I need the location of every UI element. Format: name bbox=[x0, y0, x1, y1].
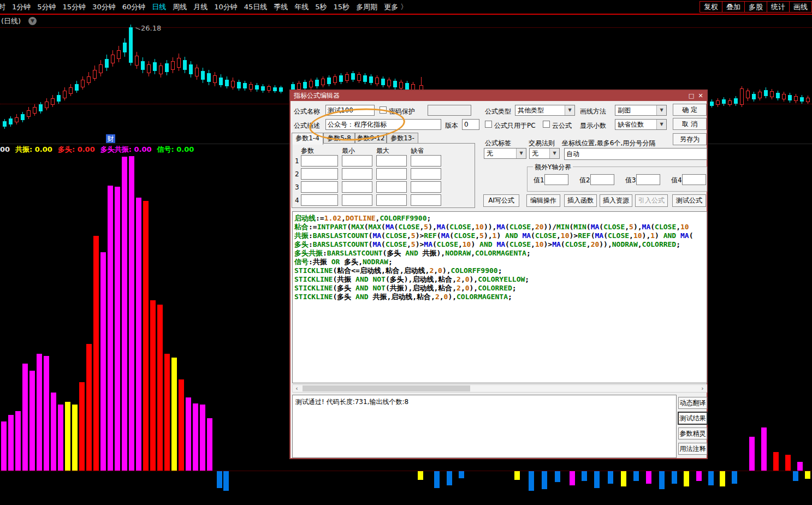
maximize-icon[interactable]: □ bbox=[687, 92, 696, 100]
trade-rule-dropdown[interactable]: 无 ▼ bbox=[529, 148, 560, 159]
formula-type-dropdown[interactable]: 其他类型 ▼ bbox=[515, 105, 575, 116]
param-input-r1c3[interactable] bbox=[376, 155, 407, 167]
formula-desc-input[interactable] bbox=[325, 119, 441, 130]
menu-item-10分钟[interactable]: 10分钟 bbox=[214, 0, 238, 14]
button-用法注释[interactable]: 用法注释 bbox=[678, 443, 707, 455]
version-input[interactable] bbox=[462, 119, 479, 130]
histogram-bar bbox=[633, 471, 639, 481]
pc-only-checkbox[interactable] bbox=[485, 121, 492, 128]
dropdown-arrow-icon[interactable]: ▼ bbox=[549, 148, 559, 158]
dialog-title-bar[interactable]: 指标公式编辑器 □ ✕ bbox=[291, 91, 707, 101]
tab-参数9-12[interactable]: 参数9-12 bbox=[355, 133, 387, 144]
candle-body bbox=[333, 76, 337, 83]
button-测试公式[interactable]: 测试公式 bbox=[672, 194, 706, 207]
tab-参数1-4[interactable]: 参数1-4 bbox=[292, 133, 323, 145]
menu-item-30分钟[interactable]: 30分钟 bbox=[92, 0, 116, 14]
candle-body bbox=[201, 71, 205, 80]
menu-box-叠加[interactable]: 叠加 bbox=[722, 1, 744, 13]
horizontal-scrollbar[interactable]: ‹ › bbox=[292, 384, 707, 393]
menu-box-多股[interactable]: 多股 bbox=[744, 1, 767, 13]
menu-box-复权[interactable]: 复权 bbox=[700, 1, 722, 13]
menu-item-5分钟[interactable]: 5分钟 bbox=[37, 0, 56, 14]
decimals-dropdown[interactable]: 缺省位数 ▼ bbox=[615, 119, 667, 130]
menu-item-1分钟[interactable]: 1分钟 bbox=[12, 0, 31, 14]
candle-body bbox=[800, 97, 804, 102]
param-input-r3c4[interactable] bbox=[411, 181, 441, 193]
button-取消[interactable]: 取 消 bbox=[673, 118, 707, 130]
dropdown-arrow-icon[interactable]: ▼ bbox=[656, 120, 666, 129]
menu-item-月线[interactable]: 月线 bbox=[193, 0, 208, 14]
tab-参数13-16[interactable]: 参数13-16 bbox=[387, 133, 418, 144]
param-input-r4c1[interactable] bbox=[301, 194, 338, 206]
draw-method-dropdown[interactable]: 副图 ▼ bbox=[615, 105, 667, 116]
dropdown-arrow-icon[interactable]: ▼ bbox=[516, 148, 526, 158]
menu-item-日线[interactable]: 日线 bbox=[152, 0, 166, 14]
y-value-input-4[interactable] bbox=[682, 174, 706, 185]
y-value-input-3[interactable] bbox=[636, 174, 660, 185]
menu-item-多周期[interactable]: 多周期 bbox=[356, 0, 377, 14]
param-input-r4c4[interactable] bbox=[411, 194, 441, 206]
button-参数精灵[interactable]: 参数精灵 bbox=[678, 427, 707, 439]
button-插入资源[interactable]: 插入资源 bbox=[600, 194, 632, 207]
histogram-bar bbox=[1, 421, 7, 471]
tab-参数5-8[interactable]: 参数5-8 bbox=[323, 133, 355, 144]
formula-name-input[interactable] bbox=[325, 105, 375, 116]
param-input-r2c3[interactable] bbox=[376, 168, 407, 180]
menu-item-15秒[interactable]: 15秒 bbox=[334, 0, 350, 14]
menu-item-季线[interactable]: 季线 bbox=[274, 0, 288, 14]
param-input-r3c1[interactable] bbox=[301, 181, 338, 193]
param-input-r2c2[interactable] bbox=[342, 168, 372, 180]
menu-item-clipped[interactable]: 分时 bbox=[0, 0, 5, 14]
chevron-down-icon[interactable]: ▼ bbox=[28, 17, 37, 25]
y-value-label: 值3 bbox=[625, 176, 636, 185]
button-插入函数[interactable]: 插入函数 bbox=[564, 194, 597, 207]
candle-body bbox=[171, 61, 175, 70]
menu-item-年线[interactable]: 年线 bbox=[294, 0, 309, 14]
button-确定[interactable]: 确 定 bbox=[673, 104, 707, 116]
password-protect-label: 密码保护 bbox=[389, 107, 415, 116]
menu-item-45日线[interactable]: 45日线 bbox=[244, 0, 268, 14]
button-动态翻译[interactable]: 动态翻译 bbox=[678, 397, 707, 409]
param-input-r1c4[interactable] bbox=[411, 155, 441, 167]
param-input-r1c2[interactable] bbox=[342, 155, 372, 167]
histogram-bar bbox=[785, 455, 791, 471]
button-AI写公式[interactable]: AI写公式 bbox=[483, 194, 519, 207]
coord-line-input[interactable] bbox=[564, 148, 707, 160]
param-input-r2c1[interactable] bbox=[301, 168, 338, 180]
menu-item-周线[interactable]: 周线 bbox=[173, 0, 187, 14]
dropdown-arrow-icon[interactable]: ▼ bbox=[656, 105, 666, 115]
param-input-r4c2[interactable] bbox=[342, 194, 372, 206]
menu-item-15分钟[interactable]: 15分钟 bbox=[63, 0, 86, 14]
y-value-input-1[interactable] bbox=[544, 174, 568, 185]
dropdown-arrow-icon[interactable]: ▼ bbox=[565, 105, 574, 115]
menu-item-更多 〉[interactable]: 更多 〉 bbox=[384, 0, 407, 14]
formula-tag-dropdown[interactable]: 无 ▼ bbox=[484, 148, 526, 159]
menu-box-统计[interactable]: 统计 bbox=[767, 1, 789, 13]
close-icon[interactable]: ✕ bbox=[696, 92, 705, 100]
cloud-formula-checkbox[interactable] bbox=[543, 121, 550, 128]
menu-item-5秒[interactable]: 5秒 bbox=[315, 0, 327, 14]
button-编辑操作[interactable]: 编辑操作 bbox=[526, 194, 560, 207]
candle-body bbox=[369, 76, 373, 83]
button-测试结果[interactable]: 测试结果 bbox=[678, 412, 707, 424]
y-value-input-2[interactable] bbox=[590, 174, 614, 185]
param-input-r3c2[interactable] bbox=[342, 181, 372, 193]
candle-body bbox=[279, 87, 283, 92]
pane-tag-badge[interactable]: 财 bbox=[106, 134, 115, 143]
histogram-bar bbox=[143, 201, 149, 471]
password-protect-checkbox[interactable] bbox=[380, 106, 387, 114]
scroll-left-icon[interactable]: ‹ bbox=[293, 385, 301, 392]
scroll-right-icon[interactable]: › bbox=[698, 385, 707, 392]
button-另存为[interactable]: 另存为 bbox=[673, 133, 707, 145]
param-input-r4c3[interactable] bbox=[376, 194, 407, 206]
scrollbar-thumb[interactable] bbox=[303, 385, 470, 391]
candle-body bbox=[99, 64, 103, 73]
formula-code-editor[interactable]: 启动线:=1.02,DOTLINE,COLORFF9900;粘合:=INTPAR… bbox=[292, 211, 707, 383]
param-input-r3c3[interactable] bbox=[376, 181, 407, 193]
extra-y-axis-legend: 额外Y轴分界 bbox=[533, 163, 573, 172]
menu-item-60分钟[interactable]: 60分钟 bbox=[122, 0, 146, 14]
param-input-r2c4[interactable] bbox=[411, 168, 441, 180]
menu-box-画线[interactable]: 画线 bbox=[789, 1, 812, 13]
candle-body bbox=[399, 82, 403, 88]
param-input-r1c1[interactable] bbox=[301, 155, 338, 167]
